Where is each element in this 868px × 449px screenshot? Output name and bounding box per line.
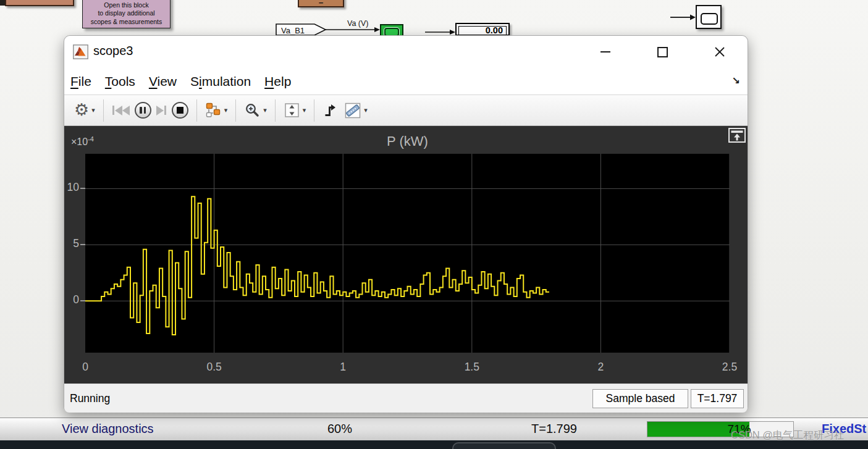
zoom-level: 60% (318, 422, 361, 436)
chevron-down-icon: ▾ (91, 106, 95, 114)
axes-area[interactable] (85, 154, 730, 353)
zoom-in-icon (244, 102, 261, 119)
settings-dropdown[interactable]: ▾ (90, 98, 96, 123)
chevron-down-icon: ▾ (364, 106, 368, 114)
signal-selector-icon (205, 102, 222, 119)
simulation-time: T=1.799 (531, 422, 577, 436)
trigger-icon (322, 102, 339, 119)
model-block-brown-left[interactable] (5, 0, 74, 6)
x-axis-ticks: 00.511.522.5 (85, 361, 730, 374)
close-icon (714, 46, 726, 58)
close-button[interactable] (707, 42, 732, 62)
step-back-icon (112, 106, 114, 115)
x-tick-label: 1.5 (465, 361, 479, 374)
x-tick-label: 0.5 (206, 361, 221, 374)
minimize-icon (600, 51, 610, 52)
scope-window: scope3 FileToolsViewSimulationHelp ↘ ⚙ ▾ (64, 35, 748, 412)
sample-mode-box: Sample based (592, 389, 688, 408)
model-scope-block[interactable] (696, 5, 722, 29)
toolbar-separator (235, 99, 236, 122)
stop-button[interactable] (171, 98, 190, 123)
menu-simulation[interactable]: Simulation (190, 74, 251, 89)
menu-help[interactable]: Help (264, 74, 291, 89)
step-back-button[interactable] (111, 98, 131, 123)
scope-time-box: T=1.797 (691, 389, 744, 408)
wire-display-arrowhead (450, 30, 455, 35)
dock-icon[interactable]: ↘ (732, 75, 740, 86)
trace-svg (85, 154, 730, 353)
settings-button[interactable]: ⚙ (73, 98, 90, 123)
minimize-button[interactable] (593, 42, 618, 62)
fit-to-view-dropdown[interactable]: ▾ (301, 98, 308, 123)
pause-icon (135, 102, 151, 119)
x-tick-label: 0 (82, 361, 88, 374)
simulink-screen: Open this block to display additional sc… (0, 0, 868, 449)
y-tick-label: 0 (73, 294, 79, 307)
wire-scope-tr-arrowhead (690, 15, 696, 20)
x-tick-label: 2 (598, 361, 604, 374)
scope-toolbar: ⚙ ▾ (64, 94, 748, 126)
stop-icon (172, 102, 188, 119)
gear-icon: ⚙ (74, 102, 89, 119)
x-tick-label: 1 (340, 361, 346, 374)
menu-file[interactable]: File (70, 74, 91, 89)
fit-to-view-icon (284, 102, 300, 119)
goto-tag-shape[interactable] (276, 24, 326, 35)
trigger-button[interactable] (321, 98, 340, 123)
window-title: scope3 (93, 44, 133, 58)
ruler-icon (344, 102, 361, 119)
fit-to-view-button[interactable] (282, 98, 301, 123)
toolbar-separator (275, 99, 276, 122)
menu-view[interactable]: View (149, 74, 177, 89)
matlab-icon (73, 44, 88, 59)
plot-region: ×10-4 P (kW) 00.511.522.5 0510 (64, 126, 748, 384)
chevron-down-icon: ▾ (224, 106, 228, 114)
hint-line-1: Open this block (104, 1, 148, 9)
pause-button[interactable] (133, 98, 153, 123)
measurements-dropdown[interactable]: ▾ (363, 98, 369, 123)
signal-selector-dropdown[interactable]: ▾ (223, 98, 229, 123)
wire-signal-label: Va (V) (347, 19, 369, 28)
wire-va-arrowhead (374, 27, 380, 32)
step-forward-icon (156, 106, 164, 115)
model-display-block[interactable]: 0.00 (455, 23, 510, 36)
toolbar-separator (103, 99, 104, 122)
scope-status-bar: Running Sample based T=1.797 (64, 384, 748, 413)
hint-line-3: scopes & measurements (91, 18, 162, 26)
chevron-down-icon: ▾ (303, 106, 306, 114)
show-toolbar-button[interactable] (728, 128, 746, 143)
chevron-down-icon: ▾ (263, 106, 267, 114)
view-diagnostics-link[interactable]: View diagnostics (62, 422, 154, 436)
plot-title: P (kW) (85, 133, 730, 149)
zoom-dropdown[interactable]: ▾ (262, 98, 268, 123)
x-tick-label: 2.5 (722, 361, 737, 374)
scope-block-icon (701, 13, 718, 25)
model-block-brown-center[interactable]: − (298, 0, 344, 7)
panel-expand-icon (728, 128, 746, 143)
y-tick-mark (80, 300, 85, 301)
partial-block-outline (452, 442, 556, 449)
hint-line-2: to display additional (98, 9, 154, 17)
menu-bar: FileToolsViewSimulationHelp (64, 69, 748, 94)
maximize-icon (657, 47, 668, 57)
menu-tools[interactable]: Tools (105, 74, 135, 89)
maximize-button[interactable] (650, 42, 675, 62)
hint-annotation-block[interactable]: Open this block to display additional sc… (82, 0, 171, 28)
y-tick-label: 5 (73, 238, 79, 251)
measurements-button[interactable] (343, 98, 363, 123)
y-tick-label: 10 (67, 182, 79, 195)
step-forward-button[interactable] (155, 98, 168, 123)
zoom-button[interactable] (243, 98, 262, 123)
y-tick-mark (80, 244, 85, 245)
title-bar[interactable]: scope3 (64, 36, 748, 69)
goto-tag-label: Va_B1 (281, 26, 305, 35)
display-value: 0.00 (486, 25, 503, 35)
signal-selector-button[interactable] (204, 98, 223, 123)
y-tick-mark (80, 188, 85, 189)
toolbar-separator (314, 99, 314, 122)
toolbar-separator (196, 99, 197, 122)
run-status-text: Running (70, 392, 110, 405)
minus-port-label: − (319, 0, 324, 6)
watermark-text: CSDN @电气工程研习社 (731, 429, 845, 442)
y-axis-ticks: 0510 (64, 154, 83, 353)
